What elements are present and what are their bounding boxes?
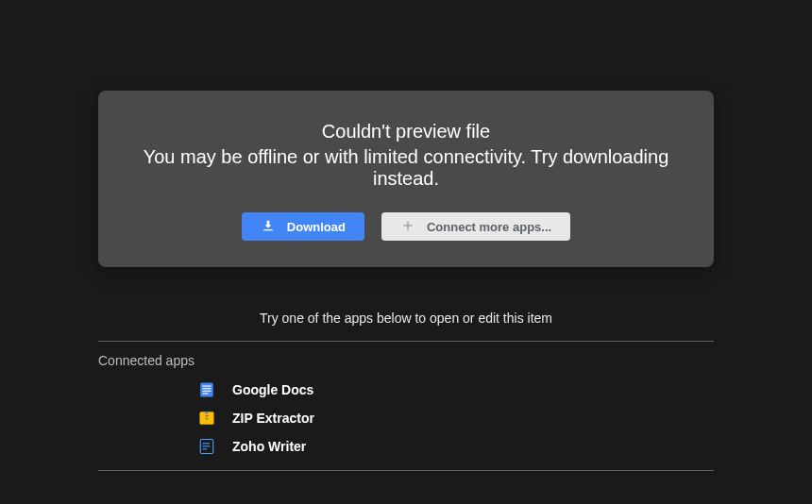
plus-icon	[400, 218, 415, 236]
download-button[interactable]: Download	[242, 212, 364, 241]
app-name: ZIP Extractor	[232, 411, 314, 426]
svg-rect-8	[206, 418, 209, 420]
app-item-google-docs[interactable]: Google Docs	[98, 376, 714, 404]
button-row: Download Connect more apps...	[242, 212, 570, 241]
download-label: Download	[287, 220, 346, 234]
svg-rect-2	[203, 388, 211, 389]
svg-rect-6	[206, 412, 209, 413]
preview-title: Couldn't preview file	[322, 121, 490, 143]
svg-rect-7	[206, 415, 209, 417]
svg-rect-3	[203, 391, 211, 392]
app-list: Google Docs ZIP Extractor	[98, 376, 714, 470]
app-name: Google Docs	[232, 382, 313, 397]
divider	[98, 470, 714, 471]
svg-rect-4	[203, 393, 209, 394]
google-docs-icon	[198, 381, 215, 398]
download-icon	[261, 218, 276, 236]
zip-extractor-icon	[198, 410, 215, 427]
svg-rect-10	[203, 443, 211, 444]
connect-label: Connect more apps...	[427, 220, 551, 234]
connect-apps-button[interactable]: Connect more apps...	[381, 212, 570, 241]
connected-apps-header: Connected apps	[98, 342, 714, 376]
app-item-zip-extractor[interactable]: ZIP Extractor	[98, 404, 714, 432]
svg-rect-1	[203, 386, 211, 387]
zoho-writer-icon	[198, 438, 215, 455]
svg-rect-0	[200, 383, 213, 397]
preview-subtitle: You may be offline or with limited conne…	[136, 146, 676, 190]
app-name: Zoho Writer	[232, 439, 306, 454]
app-item-zoho-writer[interactable]: Zoho Writer	[98, 432, 714, 461]
svg-rect-12	[203, 448, 208, 449]
preview-error-card: Couldn't preview file You may be offline…	[98, 91, 714, 267]
apps-hint: Try one of the apps below to open or edi…	[98, 311, 714, 326]
svg-rect-11	[203, 445, 211, 446]
apps-section: Try one of the apps below to open or edi…	[98, 311, 714, 471]
